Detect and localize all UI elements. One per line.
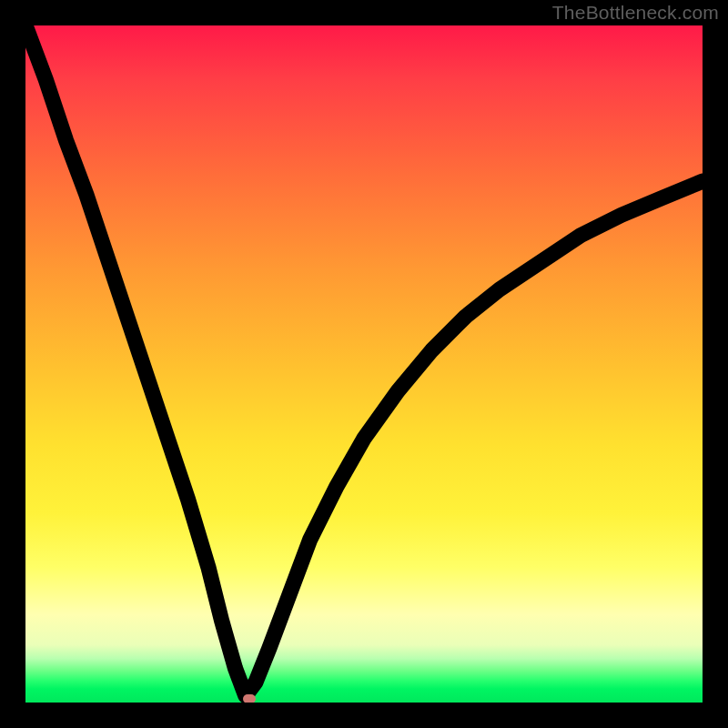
plot-area <box>25 25 703 703</box>
chart-frame: TheBottleneck.com <box>0 0 728 728</box>
watermark-text: TheBottleneck.com <box>552 2 719 24</box>
curve-layer <box>25 25 703 703</box>
optimum-marker <box>243 694 256 703</box>
bottleneck-curve <box>25 25 703 696</box>
